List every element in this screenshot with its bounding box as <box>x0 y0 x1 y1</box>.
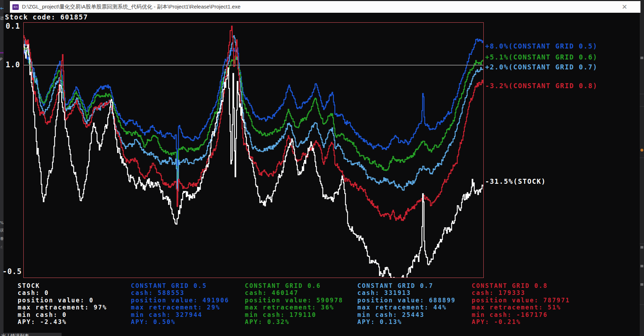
back-arrow-icon: ← <box>0 5 4 12</box>
stats-column: CONSTANT GRID 0.7cash: 331913position va… <box>357 282 456 325</box>
stats-line: APY: -0.21% <box>472 318 570 325</box>
stats-line: APY: 0.32% <box>245 318 343 325</box>
ide-right-rule <box>640 106 644 107</box>
ide-right-rule <box>640 244 644 244</box>
stats-line: max retracement: 51% <box>472 304 570 311</box>
series-end-label: +8.0%(CONSTANT GRID 0.5) <box>485 42 598 50</box>
console-app-icon: C:\ <box>12 4 19 10</box>
y-axis-label-baseline: 1.0 <box>6 61 20 69</box>
stats-column: CONSTANT GRID 0.8cash: 179333position va… <box>472 282 570 325</box>
stock-code-label: Stock code: 601857 <box>5 13 88 21</box>
background-ide-bottom-tabs: 出 | 错误列表 <box>0 333 62 336</box>
stats-column-header: CONSTANT GRID 0.8 <box>472 282 570 289</box>
stats-column: CONSTANT GRID 0.5cash: 588553position va… <box>131 282 229 325</box>
ide-right-mark <box>640 283 643 286</box>
stats-column: STOCKcash: 0position value: 0max retrace… <box>18 282 107 325</box>
stats-line: APY: -2.43% <box>18 318 107 325</box>
ide-right-dot <box>640 149 643 152</box>
stats-line: cash: 460147 <box>245 289 343 296</box>
series-end-label: +5.1%(CONSTANT GRID 0.6) <box>485 53 598 61</box>
close-button[interactable]: ✕ <box>620 2 629 12</box>
stats-line: position value: 0 <box>18 297 107 304</box>
y-axis-label-bottom: -0.5 <box>2 267 22 276</box>
stats-line: position value: 491906 <box>131 297 229 304</box>
series-end-label: -3.2%(CONSTANT GRID 0.8) <box>485 82 598 90</box>
stats-line: APY: 0.13% <box>357 318 456 325</box>
stats-line: min cash: 25443 <box>357 311 456 318</box>
stats-line: position value: 590978 <box>245 297 343 304</box>
stats-line: cash: 0 <box>18 289 107 296</box>
ide-left-glyph: 眷 <box>0 236 4 241</box>
baseline-gridline <box>24 65 483 66</box>
ide-right-rule <box>640 304 644 305</box>
ide-right-mark <box>640 57 643 59</box>
stats-line: max retracement: 44% <box>357 304 456 311</box>
ide-left-glyph: 误 <box>0 228 4 233</box>
stats-column-header: STOCK <box>18 282 107 289</box>
ide-right-rule <box>640 94 644 94</box>
stats-line: min cash: -167176 <box>472 311 570 318</box>
ide-left-glyph: 进 <box>0 16 4 21</box>
stats-line: max retracement: 36% <box>245 304 343 311</box>
stats-line: cash: 331913 <box>357 289 456 296</box>
ide-left-glyph: P <box>0 57 4 62</box>
window-title: D:\ZGL_project\量化交易\A股单股票回测系统_代码优化 - 副本\… <box>22 4 241 10</box>
stats-column-header: CONSTANT GRID 0.5 <box>131 282 229 289</box>
stats-column: CONSTANT GRID 0.6cash: 460147position va… <box>245 282 343 325</box>
background-ide-left-strip: 进P%误眷☝山 <box>0 0 4 336</box>
chart-canvas <box>24 23 483 278</box>
y-axis-label-top: 0.1 <box>6 22 20 30</box>
stats-column-header: CONSTANT GRID 0.6 <box>245 282 343 289</box>
stats-line: position value: 688899 <box>357 297 456 304</box>
series-end-label: +2.0%(CONSTANT GRID 0.7) <box>485 63 598 71</box>
series-end-label: -31.5%(STOCK) <box>485 177 546 185</box>
chart-frame <box>23 22 484 278</box>
console-titlebar[interactable]: C:\ D:\ZGL_project\量化交易\A股单股票回测系统_代码优化 -… <box>10 1 640 13</box>
stats-line: min cash: 0 <box>18 311 107 318</box>
stats-line: max retracement: 97% <box>18 304 107 311</box>
stats-line: min cash: 327944 <box>131 311 229 318</box>
stats-line: APY: 0.50% <box>131 318 229 325</box>
ide-left-accent <box>0 52 4 53</box>
stats-column-header: CONSTANT GRID 0.7 <box>357 282 456 289</box>
stats-line: min cash: 179110 <box>245 311 343 318</box>
stats-line: max retracement: 29% <box>131 304 229 311</box>
ide-left-glyph: % <box>0 221 4 225</box>
stats-line: cash: 588553 <box>131 289 229 296</box>
ide-left-glyph: ☝ <box>0 245 4 250</box>
screen: 进P%误眷☝山 ← C:\ D:\ZGL_project\量化交易\A股单股票回… <box>0 0 644 336</box>
ide-right-mark <box>640 246 643 249</box>
stats-line: position value: 787971 <box>472 297 570 304</box>
ide-right-rule <box>640 158 644 158</box>
ide-right-mark <box>640 265 643 267</box>
stats-line: cash: 179333 <box>472 289 570 296</box>
background-ide-right-strip <box>640 0 644 336</box>
